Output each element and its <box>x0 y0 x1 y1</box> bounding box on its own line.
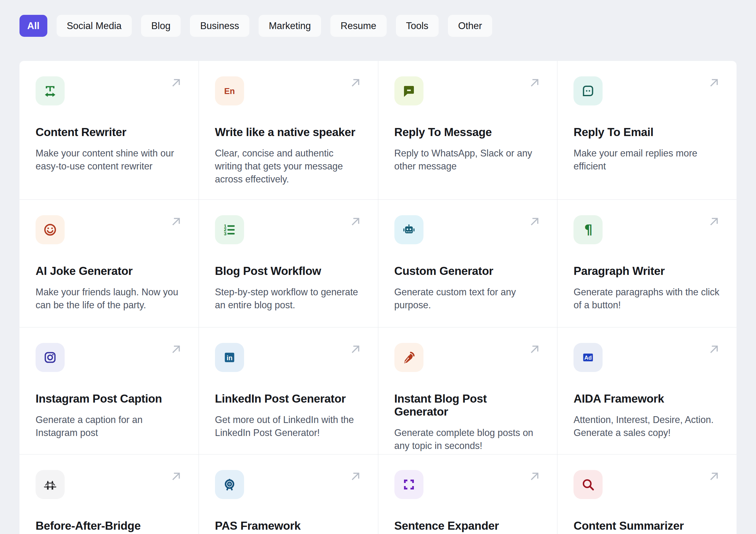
tool-icon-tile <box>36 76 65 105</box>
pen-nib-rss-icon <box>401 350 416 365</box>
linkedin-icon: in <box>222 350 237 365</box>
tool-card-sentence-expander[interactable]: Sentence Expander <box>378 455 557 534</box>
tool-title: Reply To Message <box>394 126 541 139</box>
category-tabs: AllSocial MediaBlogBusinessMarketingResu… <box>19 15 756 37</box>
tab-other[interactable]: Other <box>448 15 493 37</box>
tool-title: Content Rewriter <box>36 126 182 139</box>
tool-icon-tile <box>394 215 423 244</box>
tool-card-content-summarizer[interactable]: Content Summarizer <box>557 455 737 534</box>
arrow-up-right-icon[interactable] <box>707 342 721 357</box>
tool-description: Step-by-step workflow to generate an ent… <box>215 285 362 311</box>
chat-bubble-minus-icon <box>401 84 416 98</box>
tool-card-reply-to-email[interactable]: Reply To Email Make your email replies m… <box>557 61 737 200</box>
arrow-up-right-icon[interactable] <box>169 469 183 484</box>
tool-card-aida-framework[interactable]: Ad AIDA Framework Attention, Interest, D… <box>557 328 737 454</box>
tool-card-instagram-post-caption[interactable]: Instagram Post Caption Generate a captio… <box>19 328 199 454</box>
magnifier-icon <box>580 477 595 492</box>
tab-blog[interactable]: Blog <box>141 15 181 37</box>
tool-card-blog-post-workflow[interactable]: 123 Blog Post Workflow Step-by-step work… <box>199 200 378 327</box>
tool-icon-tile <box>394 343 423 372</box>
svg-text:Ad: Ad <box>584 355 592 361</box>
tool-description: Make your email replies more efficient <box>574 147 720 173</box>
tool-title: Write like a native speaker <box>215 126 362 139</box>
arrow-up-right-icon[interactable] <box>707 215 721 229</box>
tab-social-media[interactable]: Social Media <box>57 15 132 37</box>
tab-tools[interactable]: Tools <box>396 15 439 37</box>
tool-title: Paragraph Writer <box>574 265 720 278</box>
target-stand-icon <box>222 477 237 492</box>
tab-all[interactable]: All <box>19 15 47 37</box>
tool-description: Attention, Interest, Desire, Action. Gen… <box>574 413 720 439</box>
tool-card-reply-to-message[interactable]: Reply To Message Reply to WhatsApp, Slac… <box>378 61 557 200</box>
svg-text:3: 3 <box>224 231 227 236</box>
arrow-up-right-icon[interactable] <box>348 342 363 357</box>
chat-bubble-dots-icon <box>580 84 595 98</box>
tool-icon-tile <box>215 470 244 499</box>
tool-icon-tile <box>36 215 65 244</box>
tool-title: Blog Post Workflow <box>215 265 362 278</box>
tool-title: Sentence Expander <box>394 520 541 532</box>
tool-title: Custom Generator <box>394 265 541 278</box>
arrow-up-right-icon[interactable] <box>707 76 721 90</box>
tool-title: LinkedIn Post Generator <box>215 392 362 405</box>
pilcrow-icon: ¶ <box>580 222 595 237</box>
tool-description: Generate complete blog posts on any topi… <box>394 426 541 452</box>
tool-title: Content Summarizer <box>574 520 720 532</box>
tool-card-ai-joke-generator[interactable]: AI Joke Generator Make your friends laug… <box>19 200 199 327</box>
svg-text:in: in <box>227 354 232 362</box>
tool-title: Before-After-Bridge <box>36 520 182 532</box>
tool-icon-tile: 123 <box>215 215 244 244</box>
tool-card-paragraph-writer[interactable]: ¶ Paragraph Writer Generate paragraphs w… <box>557 200 737 327</box>
svg-text:¶: ¶ <box>584 222 593 237</box>
tool-description: Get more out of LinkedIn with the Linked… <box>215 413 362 439</box>
bridge-icon <box>43 477 58 492</box>
tool-card-content-rewriter[interactable]: Content Rewriter Make your content shine… <box>19 61 199 200</box>
numbered-list-icon: 123 <box>222 222 237 237</box>
tool-card-custom-generator[interactable]: Custom Generator Generate custom text fo… <box>378 200 557 327</box>
en-language-icon: En <box>222 84 237 98</box>
svg-text:En: En <box>224 87 235 96</box>
tool-icon-tile <box>36 343 65 372</box>
tool-card-linkedin-post-generator[interactable]: in LinkedIn Post Generator Get more out … <box>199 328 378 454</box>
tab-resume[interactable]: Resume <box>330 15 386 37</box>
tool-icon-tile <box>394 470 423 499</box>
smiley-face-icon <box>43 222 58 237</box>
robot-icon <box>401 222 416 237</box>
tool-card-before-after-bridge[interactable]: Before-After-Bridge <box>19 455 199 534</box>
tool-icon-tile <box>394 76 423 105</box>
tool-title: Reply To Email <box>574 126 720 139</box>
ad-badge-icon: Ad <box>580 350 595 365</box>
tool-title: AI Joke Generator <box>36 265 182 278</box>
tab-marketing[interactable]: Marketing <box>258 15 321 37</box>
instagram-icon <box>43 350 58 365</box>
tool-icon-tile <box>574 470 603 499</box>
arrow-up-right-icon[interactable] <box>348 469 363 484</box>
tool-card-write-like-a-native-speaker[interactable]: En Write like a native speaker Clear, co… <box>199 61 378 200</box>
arrow-up-right-icon[interactable] <box>169 76 183 90</box>
tool-description: Clear, concise and authentic writing tha… <box>215 147 362 186</box>
tools-grid: Content Rewriter Make your content shine… <box>19 61 737 534</box>
tool-title: Instant Blog Post Generator <box>394 392 541 418</box>
expand-icon <box>401 477 416 492</box>
tool-icon-tile: En <box>215 76 244 105</box>
tool-description: Generate a caption for an Instagram post <box>36 413 182 439</box>
tab-business[interactable]: Business <box>190 15 249 37</box>
arrow-up-right-icon[interactable] <box>527 342 542 357</box>
arrow-up-right-icon[interactable] <box>527 76 542 90</box>
text-width-icon <box>43 84 58 98</box>
arrow-up-right-icon[interactable] <box>348 215 363 229</box>
tool-icon-tile: in <box>215 343 244 372</box>
tool-card-pas-framework[interactable]: PAS Framework <box>199 455 378 534</box>
tool-title: AIDA Framework <box>574 392 720 405</box>
arrow-up-right-icon[interactable] <box>707 469 721 484</box>
arrow-up-right-icon[interactable] <box>527 469 542 484</box>
tool-description: Reply to WhatsApp, Slack or any other me… <box>394 147 541 173</box>
arrow-up-right-icon[interactable] <box>348 76 363 90</box>
tool-card-instant-blog-post-generator[interactable]: Instant Blog Post Generator Generate com… <box>378 328 557 454</box>
tool-title: PAS Framework <box>215 520 362 532</box>
arrow-up-right-icon[interactable] <box>527 215 542 229</box>
arrow-up-right-icon[interactable] <box>169 215 183 229</box>
tool-description: Make your content shine with our easy-to… <box>36 147 182 173</box>
tool-icon-tile <box>36 470 65 499</box>
arrow-up-right-icon[interactable] <box>169 342 183 357</box>
